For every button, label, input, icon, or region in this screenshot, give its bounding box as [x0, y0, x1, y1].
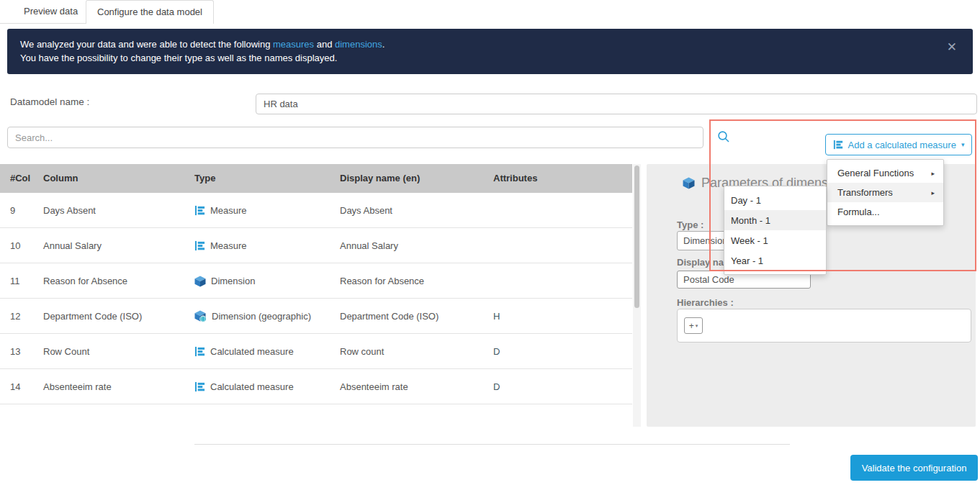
row-number: 9 — [10, 193, 15, 228]
banner-line1: We analyzed your data and were able to d… — [20, 37, 960, 51]
type-label: Dimension (geographic) — [212, 311, 311, 322]
caret-down-icon: ▾ — [961, 141, 965, 148]
table-row[interactable]: 10 Annual Salary Measure Annual Salary — [0, 228, 632, 263]
menu-item-formula[interactable]: Formula... — [827, 202, 943, 222]
submenu-item-year-1[interactable]: Year - 1 — [724, 250, 826, 271]
scrollbar-thumb[interactable] — [634, 166, 639, 308]
search-input[interactable] — [7, 127, 703, 148]
banner-text: and — [314, 39, 335, 50]
type-cell[interactable]: Calculated measure — [194, 369, 294, 404]
type-label: Measure — [210, 205, 247, 216]
caret-down-icon: ▾ — [696, 323, 698, 329]
submenu-item-month-1[interactable]: Month - 1 — [724, 210, 826, 230]
display-name-cell[interactable]: Annual Salary — [340, 228, 398, 263]
row-number: 10 — [10, 228, 20, 263]
tab-preview-data[interactable]: Preview data — [13, 0, 89, 24]
dimension-icon — [683, 177, 695, 189]
validate-configuration-button[interactable]: Validate the configuration — [850, 455, 978, 481]
menu-item-transformers[interactable]: Transformers ▸ — [827, 183, 943, 202]
datamodel-config-screen: Preview data Configure the data model We… — [0, 0, 980, 485]
type-field-label: Type : — [677, 219, 703, 230]
type-cell[interactable]: Dimension (geographic) — [194, 299, 311, 334]
column-name: Row Count — [43, 334, 89, 369]
column-name: Absenteeim rate — [43, 369, 112, 404]
submenu-item-day-1[interactable]: Day - 1 — [724, 190, 826, 210]
add-calculated-measure-label: Add a calculated measure — [848, 140, 956, 150]
close-icon[interactable]: ✕ — [947, 40, 957, 54]
column-name: Annual Salary — [43, 228, 102, 263]
type-cell[interactable]: Measure — [194, 193, 247, 228]
menu-item-label: General Functions — [837, 168, 914, 178]
add-measure-dropdown-menu: General Functions ▸ Transformers ▸ Formu… — [827, 159, 944, 226]
calculated-measure-icon — [194, 381, 205, 392]
column-name: Reason for Absence — [43, 263, 127, 299]
hierarchies-box[interactable]: + ▾ — [677, 309, 971, 343]
plus-icon: + — [689, 321, 694, 331]
header-attributes: Attributes — [493, 164, 537, 193]
measure-icon — [194, 205, 205, 216]
row-number: 13 — [10, 334, 20, 369]
type-cell[interactable]: Calculated measure — [194, 334, 294, 369]
search-icon[interactable] — [717, 130, 730, 146]
table-row[interactable]: 13 Row Count Calculated measure Row coun… — [0, 334, 632, 369]
submenu-item-week-1[interactable]: Week - 1 — [724, 230, 826, 250]
table-row[interactable]: 11 Reason for Absence Dimension Reason f… — [0, 263, 632, 299]
table-row[interactable]: 14 Absenteeim rate Calculated measure Ab… — [0, 369, 632, 404]
info-banner: We analyzed your data and were able to d… — [7, 29, 973, 74]
row-number: 12 — [10, 299, 20, 334]
type-label: Dimension — [211, 276, 255, 286]
menu-item-label: Transformers — [837, 187, 893, 198]
datamodel-name-input[interactable] — [256, 94, 977, 114]
row-number: 11 — [10, 263, 20, 299]
row-number: 14 — [10, 369, 20, 404]
type-label: Calculated measure — [210, 381, 294, 392]
banner-text: . — [382, 39, 385, 50]
display-name-cell[interactable]: Reason for Absence — [340, 263, 424, 299]
add-calculated-measure-button[interactable]: Add a calculated measure ▾ — [825, 134, 972, 155]
submenu-arrow-icon: ▸ — [931, 189, 935, 196]
datamodel-name-label: Datamodel name : — [10, 96, 89, 107]
column-name: Department Code (ISO) — [43, 299, 142, 334]
measures-link[interactable]: measures — [273, 39, 314, 50]
submenu-arrow-icon: ▸ — [931, 170, 935, 177]
header-col-number: #Col — [10, 164, 30, 193]
menu-item-general-functions[interactable]: General Functions ▸ — [827, 163, 943, 183]
header-type: Type — [194, 164, 215, 193]
type-select-value: Dimension — [683, 235, 727, 246]
header-column: Column — [43, 164, 78, 193]
dimensions-link[interactable]: dimensions — [335, 39, 382, 50]
tabbar-underline — [0, 23, 86, 24]
column-name: Days Absent — [43, 193, 96, 228]
attributes-cell: D — [493, 334, 500, 369]
type-label: Calculated measure — [210, 346, 294, 357]
dimension-icon — [194, 276, 206, 287]
transformers-submenu: Day - 1 Month - 1 Week - 1 Year - 1 — [724, 186, 827, 275]
tab-configure-data-model[interactable]: Configure the data model — [86, 0, 214, 24]
display-name-cell[interactable]: Row count — [340, 334, 384, 369]
display-name-cell[interactable]: Absenteeim rate — [340, 369, 408, 404]
attributes-cell: D — [493, 369, 500, 404]
banner-line2: You have the possibility to change their… — [20, 51, 960, 65]
add-hierarchy-button[interactable]: + ▾ — [684, 317, 703, 334]
table-row[interactable]: 12 Department Code (ISO) Dimension (geog… — [0, 299, 632, 334]
header-display-name: Display name (en) — [340, 164, 420, 193]
banner-text: We analyzed your data and were able to d… — [20, 39, 273, 50]
dimension-geographic-icon — [194, 310, 207, 322]
calculated-measure-icon — [833, 140, 843, 150]
attributes-cell: H — [493, 299, 500, 334]
type-cell[interactable]: Measure — [194, 228, 247, 263]
display-name-cell[interactable]: Days Absent — [340, 193, 392, 228]
table-header: #Col Column Type Display name (en) Attri… — [0, 164, 632, 193]
calculated-measure-icon — [194, 346, 205, 357]
menu-item-label: Formula... — [837, 207, 880, 217]
table-row[interactable]: 9 Days Absent Measure Days Absent — [0, 193, 632, 228]
section-divider — [194, 444, 790, 445]
hierarchies-field-label: Hierarchies : — [677, 297, 734, 308]
type-label: Measure — [210, 240, 247, 251]
type-cell[interactable]: Dimension — [194, 263, 255, 299]
display-name-cell[interactable]: Department Code (ISO) — [340, 299, 439, 334]
measure-icon — [194, 240, 205, 251]
